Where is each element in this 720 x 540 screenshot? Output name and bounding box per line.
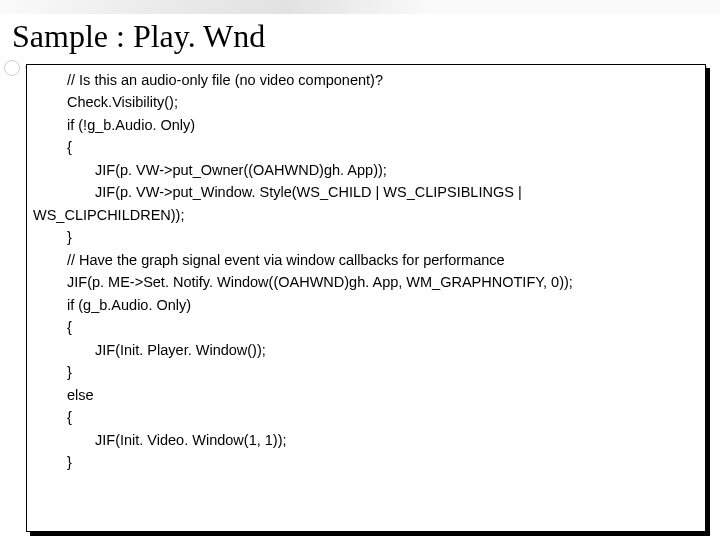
code-line: JIF(p. VW->put_Owner((OAHWND)gh. App)); xyxy=(33,159,699,181)
code-line: Check.Visibility(); xyxy=(33,91,699,113)
code-line: { xyxy=(33,406,699,428)
code-line: // Is this an audio-only file (no video … xyxy=(33,69,699,91)
code-line: WS_CLIPCHILDREN)); xyxy=(33,204,699,226)
code-line: if (!g_b.Audio. Only) xyxy=(33,114,699,136)
code-line: JIF(p. VW->put_Window. Style(WS_CHILD | … xyxy=(33,181,699,203)
code-line: if (g_b.Audio. Only) xyxy=(33,294,699,316)
code-line: else xyxy=(33,384,699,406)
slide-title: Sample : Play. Wnd xyxy=(12,18,265,55)
code-line: { xyxy=(33,136,699,158)
code-line: JIF(Init. Video. Window(1, 1)); xyxy=(33,429,699,451)
code-box: // Is this an audio-only file (no video … xyxy=(26,64,706,532)
code-line: } xyxy=(33,451,699,473)
code-line: } xyxy=(33,361,699,383)
code-line: JIF(p. ME->Set. Notify. Window((OAHWND)g… xyxy=(33,271,699,293)
rule-endpoint-circle xyxy=(4,60,20,76)
code-line: } xyxy=(33,226,699,248)
code-line: // Have the graph signal event via windo… xyxy=(33,249,699,271)
top-gradient-bar xyxy=(0,0,720,14)
code-line: JIF(Init. Player. Window()); xyxy=(33,339,699,361)
code-line: { xyxy=(33,316,699,338)
